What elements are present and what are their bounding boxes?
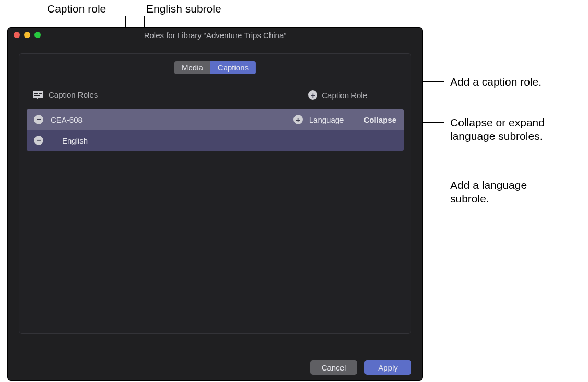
add-caption-role-button[interactable]: + Caption Role (308, 90, 367, 100)
svg-rect-4 (34, 95, 40, 96)
cancel-button[interactable]: Cancel (310, 360, 357, 375)
caption-role-row[interactable]: − CEA-608 + Language Collapse (27, 109, 404, 130)
role-row-actions: + Language Collapse (293, 115, 396, 124)
add-language-label: Language (309, 115, 344, 124)
language-subrole-row[interactable]: − English (27, 130, 404, 151)
callout-add-language-subrole: Add a language subrole. (450, 178, 527, 206)
zoom-icon[interactable] (34, 32, 41, 38)
caption-role-name: CEA-608 (51, 115, 83, 124)
svg-marker-1 (36, 98, 38, 99)
callout-caption-role: Caption role (47, 2, 106, 16)
traffic-lights (14, 32, 41, 38)
svg-rect-0 (33, 91, 43, 98)
callout-collapse-expand: Collapse or expand language subroles. (450, 116, 545, 144)
plus-icon: + (308, 90, 317, 100)
minimize-icon[interactable] (24, 32, 30, 38)
tab-captions[interactable]: Captions (210, 61, 256, 74)
close-icon[interactable] (14, 32, 20, 38)
collapse-toggle[interactable]: Collapse (363, 115, 396, 124)
section-header: Caption Roles (33, 90, 98, 99)
add-language-button[interactable]: + (293, 115, 303, 124)
tab-media[interactable]: Media (174, 61, 210, 74)
apply-button[interactable]: Apply (364, 360, 411, 375)
dialog-footer: Cancel Apply (310, 360, 411, 375)
remove-role-button[interactable]: − (34, 115, 43, 124)
window-title: Roles for Library “Adventure Trips China… (7, 31, 423, 40)
remove-subrole-button[interactable]: − (34, 136, 43, 145)
callout-english-subrole: English subrole (146, 2, 221, 16)
add-caption-role-label: Caption Role (322, 91, 367, 100)
captions-panel: Media Captions Caption Roles + Caption R… (19, 53, 411, 334)
callout-add-caption-role: Add a caption role. (450, 75, 542, 89)
caption-icon (33, 91, 43, 99)
svg-rect-3 (39, 93, 42, 94)
titlebar: Roles for Library “Adventure Trips China… (7, 27, 423, 43)
language-subrole-name: English (62, 136, 88, 145)
svg-rect-2 (34, 93, 38, 94)
roles-dialog: Roles for Library “Adventure Trips China… (7, 27, 423, 381)
tabs: Media Captions (174, 61, 256, 74)
section-header-label: Caption Roles (49, 90, 98, 99)
